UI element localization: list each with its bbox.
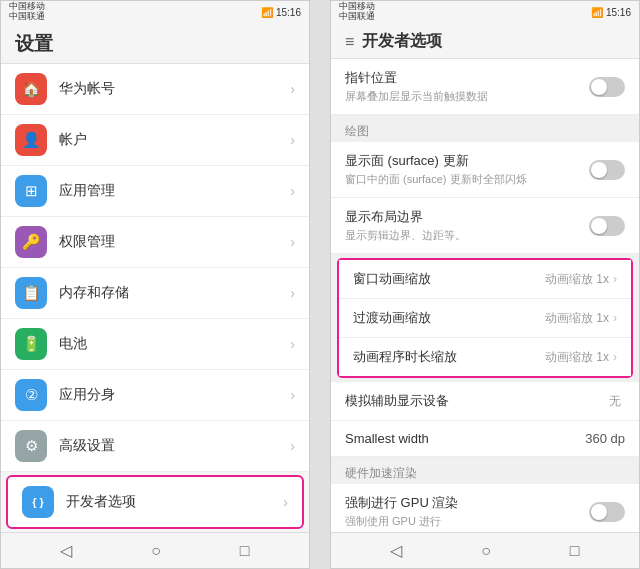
label-battery: 电池: [59, 335, 290, 353]
dev-animator-value: 动画缩放 1x: [545, 349, 609, 366]
dev-pointer-subtitle: 屏幕叠加层显示当前触摸数据: [345, 89, 589, 104]
dev-window-anim-title: 窗口动画缩放: [353, 270, 545, 288]
carrier-left: 中国移动 中国联通: [9, 2, 45, 22]
label-permission: 权限管理: [59, 233, 290, 251]
icon-battery: 🔋: [15, 328, 47, 360]
dev-force-gpu-left: 强制进行 GPU 渲染 强制使用 GPU 进行: [345, 494, 589, 529]
label-developer: 开发者选项: [66, 493, 283, 511]
settings-item-permission[interactable]: 🔑 权限管理 ›: [1, 217, 309, 268]
icon-account: 👤: [15, 124, 47, 156]
settings-item-app-management[interactable]: ⊞ 应用管理 ›: [1, 166, 309, 217]
dev-sw-value: 360 dp: [585, 431, 625, 446]
dev-item-surface[interactable]: 显示面 (surface) 更新 窗口中的面 (surface) 更新时全部闪烁: [331, 142, 639, 198]
toggle-surface[interactable]: [589, 160, 625, 180]
dev-simulate-left: 模拟辅助显示设备: [345, 392, 609, 410]
carrier-right: 中国移动 中国联通: [339, 2, 375, 22]
label-app-twin: 应用分身: [59, 386, 290, 404]
chevron-storage: ›: [290, 285, 295, 301]
icon-app-mgmt: ⊞: [15, 175, 47, 207]
status-bar-left: 中国移动 中国联通 📶 15:16: [1, 1, 309, 23]
settings-item-developer[interactable]: { } 开发者选项 ›: [6, 475, 304, 529]
settings-item-advanced[interactable]: ⚙ 高级设置 ›: [1, 421, 309, 472]
chevron-account: ›: [290, 132, 295, 148]
settings-list: 🏠 华为帐号 › 👤 帐户 › ⊞ 应用管理 › 🔑 权限管理 › 📋 内存和存…: [1, 64, 309, 532]
status-right-right: 📶 15:16: [591, 7, 631, 18]
dev-window-anim-value: 动画缩放 1x: [545, 271, 609, 288]
dev-layout-subtitle: 显示剪辑边界、边距等。: [345, 228, 589, 243]
chevron-window-anim: ›: [613, 272, 617, 286]
dev-item-simulate[interactable]: 模拟辅助显示设备 无: [331, 382, 639, 421]
dev-item-pointer[interactable]: 指针位置 屏幕叠加层显示当前触摸数据: [331, 59, 639, 115]
dev-section-drawing: 绘图: [331, 115, 639, 142]
dev-layout-title: 显示布局边界: [345, 208, 589, 226]
dev-item-smallest-width[interactable]: Smallest width 360 dp: [331, 421, 639, 457]
dev-layout-left: 显示布局边界 显示剪辑边界、边距等。: [345, 208, 589, 243]
dev-item-force-gpu[interactable]: 强制进行 GPU 渲染 强制使用 GPU 进行: [331, 484, 639, 532]
nav-home-right[interactable]: ○: [481, 542, 491, 560]
chevron-permission: ›: [290, 234, 295, 250]
icon-developer: { }: [22, 486, 54, 518]
hamburger-icon: ≡: [345, 33, 354, 51]
icon-storage: 📋: [15, 277, 47, 309]
chevron-animator: ›: [613, 350, 617, 364]
label-storage: 内存和存储: [59, 284, 290, 302]
icon-app-twin: ②: [15, 379, 47, 411]
icon-permission: 🔑: [15, 226, 47, 258]
nav-recent-right[interactable]: □: [570, 542, 580, 560]
chevron-battery: ›: [290, 336, 295, 352]
settings-item-storage[interactable]: 📋 内存和存储 ›: [1, 268, 309, 319]
status-bar-right: 中国移动 中国联通 📶 15:16: [331, 1, 639, 23]
dev-pointer-title: 指针位置: [345, 69, 589, 87]
dev-item-animator-duration[interactable]: 动画程序时长缩放 动画缩放 1x ›: [339, 338, 631, 376]
toggle-pointer[interactable]: [589, 77, 625, 97]
dev-animator-left: 动画程序时长缩放: [353, 348, 545, 366]
page-header-right: ≡ 开发者选项: [331, 23, 639, 59]
settings-item-app-twin[interactable]: ② 应用分身 ›: [1, 370, 309, 421]
settings-item-huawei-account[interactable]: 🏠 华为帐号 ›: [1, 64, 309, 115]
dev-force-gpu-title: 强制进行 GPU 渲染: [345, 494, 589, 512]
time-left: 15:16: [276, 7, 301, 18]
label-advanced: 高级设置: [59, 437, 290, 455]
dev-item-transition-anim[interactable]: 过渡动画缩放 动画缩放 1x ›: [339, 299, 631, 338]
nav-bar-left: ◁ ○ □: [1, 532, 309, 568]
dev-pointer-left: 指针位置 屏幕叠加层显示当前触摸数据: [345, 69, 589, 104]
status-right-left: 📶 15:16: [261, 7, 301, 18]
nav-back-left[interactable]: ◁: [60, 541, 72, 560]
dev-window-anim-left: 窗口动画缩放: [353, 270, 545, 288]
label-account: 帐户: [59, 131, 290, 149]
page-title-right: 开发者选项: [362, 31, 442, 52]
left-panel: 中国移动 中国联通 📶 15:16 设置 🏠 华为帐号 › 👤 帐户 › ⊞ 应…: [0, 0, 310, 569]
dev-force-gpu-subtitle: 强制使用 GPU 进行: [345, 514, 589, 529]
dev-item-window-anim[interactable]: 窗口动画缩放 动画缩放 1x ›: [339, 260, 631, 299]
chevron-transition: ›: [613, 311, 617, 325]
toggle-force-gpu[interactable]: [589, 502, 625, 522]
settings-item-battery[interactable]: 🔋 电池 ›: [1, 319, 309, 370]
page-header-left: 设置: [1, 23, 309, 64]
icon-huawei: 🏠: [15, 73, 47, 105]
animation-highlight-box: 窗口动画缩放 动画缩放 1x › 过渡动画缩放 动画缩放 1x › 动画程序时长…: [337, 258, 633, 378]
dev-transition-title: 过渡动画缩放: [353, 309, 545, 327]
nav-back-right[interactable]: ◁: [390, 541, 402, 560]
nav-recent-left[interactable]: □: [240, 542, 250, 560]
dev-surface-left: 显示面 (surface) 更新 窗口中的面 (surface) 更新时全部闪烁: [345, 152, 589, 187]
label-huawei: 华为帐号: [59, 80, 290, 98]
dev-item-layout[interactable]: 显示布局边界 显示剪辑边界、边距等。: [331, 198, 639, 254]
dev-sw-title: Smallest width: [345, 431, 429, 446]
dev-section-hardware: 硬件加速渲染: [331, 457, 639, 484]
dev-transition-value: 动画缩放 1x: [545, 310, 609, 327]
nav-home-left[interactable]: ○: [151, 542, 161, 560]
chevron-developer: ›: [283, 494, 288, 510]
chevron-app-mgmt: ›: [290, 183, 295, 199]
toggle-layout[interactable]: [589, 216, 625, 236]
dev-animator-title: 动画程序时长缩放: [353, 348, 545, 366]
dev-transition-left: 过渡动画缩放: [353, 309, 545, 327]
chevron-huawei: ›: [290, 81, 295, 97]
settings-item-account[interactable]: 👤 帐户 ›: [1, 115, 309, 166]
chevron-app-twin: ›: [290, 387, 295, 403]
dev-surface-subtitle: 窗口中的面 (surface) 更新时全部闪烁: [345, 172, 589, 187]
right-panel: 中国移动 中国联通 📶 15:16 ≡ 开发者选项 指针位置 屏幕叠加层显示当前…: [330, 0, 640, 569]
chevron-advanced: ›: [290, 438, 295, 454]
dev-simulate-title: 模拟辅助显示设备: [345, 392, 609, 410]
time-right: 15:16: [606, 7, 631, 18]
panel-divider: [310, 0, 330, 569]
